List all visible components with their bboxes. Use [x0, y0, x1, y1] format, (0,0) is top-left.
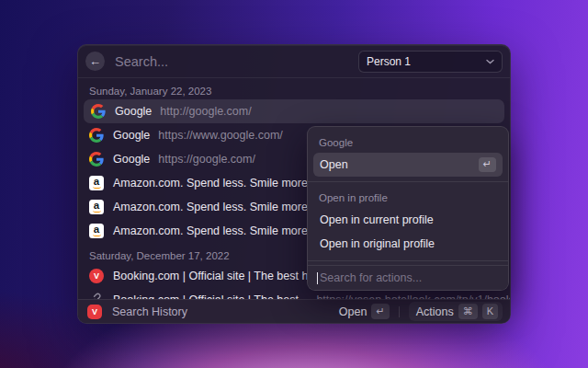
menu-item-label: Open	[320, 158, 348, 171]
history-row-url: https://www.google.com/	[158, 129, 282, 142]
actions-button[interactable]: Actions ⌘ K	[409, 302, 503, 321]
menu-item-label: Open in original profile	[320, 237, 435, 250]
search-input[interactable]	[115, 54, 358, 69]
enter-key-badge: ↵	[371, 304, 389, 319]
broken-link-icon	[89, 293, 104, 299]
menu-item-open[interactable]: Open↵	[313, 153, 503, 177]
google-favicon-icon	[89, 128, 104, 143]
vivaldi-favicon-icon: V	[89, 269, 104, 283]
window-header: ← Person 1	[78, 45, 510, 78]
history-row-url: https://google.com/	[158, 153, 255, 166]
google-favicon-icon	[89, 152, 104, 167]
back-button[interactable]: ←	[85, 52, 105, 71]
text-cursor	[317, 272, 318, 284]
chevron-down-icon	[486, 59, 494, 64]
menu-divider	[308, 181, 508, 182]
menu-divider	[308, 260, 508, 261]
shortcut-key-badge: ↵	[479, 157, 496, 173]
history-row-title: Amazon.com. Spend less. Smile more.	[113, 201, 311, 213]
profile-dropdown-value: Person 1	[367, 55, 486, 68]
arrow-left-icon: ←	[89, 55, 101, 67]
menu-item-open-in-original-profile[interactable]: Open in original profile	[313, 232, 503, 256]
history-row-title: Amazon.com. Spend less. Smile more.	[113, 177, 311, 190]
k-key-badge: K	[482, 304, 498, 319]
statusbar-divider	[399, 306, 400, 317]
extension-title: Search History	[112, 305, 339, 318]
menu-item-label: Open in current profile	[320, 213, 434, 226]
open-action-button[interactable]: Open ↵	[339, 304, 390, 319]
history-row-title: Google	[115, 105, 152, 118]
open-label: Open	[339, 305, 368, 318]
history-row[interactable]: Googlehttp://google.com/	[84, 99, 504, 123]
amazon-favicon-icon: a	[89, 200, 104, 214]
amazon-favicon-icon: a	[89, 176, 104, 190]
cmd-key-badge: ⌘	[458, 304, 478, 319]
actions-label: Actions	[416, 305, 454, 318]
menu-section-header: Open in profile	[308, 187, 508, 208]
profile-dropdown[interactable]: Person 1	[358, 51, 503, 73]
actions-panel: Google Open↵Open in profileOpen in curre…	[307, 126, 509, 291]
actions-search-placeholder: Search for actions...	[320, 271, 422, 284]
google-favicon-icon	[91, 104, 106, 119]
history-row-title: Google	[113, 129, 150, 142]
actions-search-field[interactable]: Search for actions...	[308, 265, 508, 290]
actions-panel-context-title: Google	[308, 131, 508, 153]
history-row-url: http://google.com/	[160, 105, 251, 118]
status-bar: V Search History Open ↵ Actions ⌘ K	[78, 299, 510, 323]
vivaldi-app-icon: V	[87, 305, 102, 319]
history-row-title: Google	[113, 153, 150, 166]
amazon-favicon-icon: a	[89, 224, 104, 238]
menu-item-open-in-current-profile[interactable]: Open in current profile	[313, 208, 503, 232]
date-section-header: Sunday, January 22, 2023	[78, 78, 510, 99]
history-row-title: Amazon.com. Spend less. Smile more.	[113, 224, 311, 237]
